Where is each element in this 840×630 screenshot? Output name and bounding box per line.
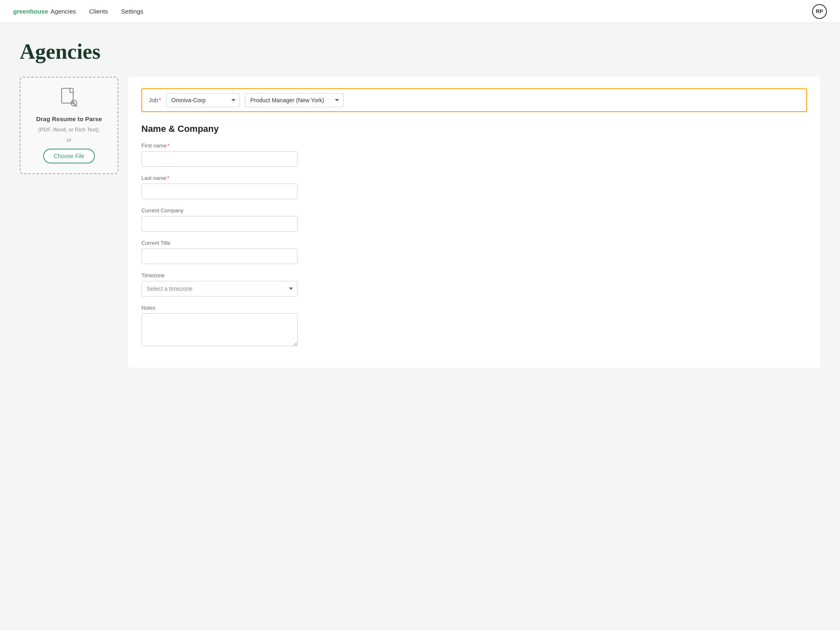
document-icon [61,87,77,110]
timezone-field: Timezone Select a timezone [141,272,807,297]
nav-clients-link[interactable]: Clients [89,8,108,15]
first-name-label: First name* [141,143,807,149]
last-name-field: Last name* [141,175,807,199]
current-company-label: Current Company [141,207,807,214]
logo-greenhouse-text: greenhouse [13,8,48,15]
timezone-select[interactable]: Select a timezone [141,281,298,297]
user-avatar[interactable]: RP [812,4,827,19]
logo-agencies-text: Agencies [51,8,76,15]
first-name-required: * [167,143,169,149]
current-title-field: Current Title [141,240,807,264]
job-position-select[interactable]: Product Manager (New York) [245,93,344,107]
page-content: Agencies Drag Resume to Parse (PDF, Word… [0,23,840,384]
section-title: Name & Company [141,124,807,134]
drag-title: Drag Resume to Parse [36,115,102,122]
page-title: Agencies [20,39,820,64]
notes-label: Notes [141,305,807,311]
main-layout: Drag Resume to Parse (PDF, Word, or Rich… [20,77,820,368]
drag-subtitle: (PDF, Word, or Rich Text), [38,126,100,133]
current-company-field: Current Company [141,207,807,232]
current-company-input[interactable] [141,216,298,232]
timezone-label: Timezone [141,272,807,278]
nav-settings-link[interactable]: Settings [121,8,143,15]
current-title-label: Current Title [141,240,807,246]
navbar: greenhouse Agencies Clients Settings RP [0,0,840,23]
job-required-star: * [159,97,161,103]
svg-rect-0 [62,88,73,103]
job-row: Job* Omniva-Corp Product Manager (New Yo… [141,88,807,112]
form-panel: Job* Omniva-Corp Product Manager (New Yo… [128,77,820,368]
notes-textarea[interactable] [141,313,298,346]
drag-or-text: or [67,137,72,143]
first-name-field: First name* [141,143,807,167]
drag-resume-zone[interactable]: Drag Resume to Parse (PDF, Word, or Rich… [20,77,118,174]
last-name-label: Last name* [141,175,807,181]
current-title-input[interactable] [141,248,298,264]
last-name-input[interactable] [141,184,298,199]
job-label: Job* [149,97,161,103]
choose-file-button[interactable]: Choose File [43,149,95,163]
notes-field: Notes [141,305,807,348]
first-name-input[interactable] [141,151,298,167]
job-company-select[interactable]: Omniva-Corp [166,93,240,107]
nav-left: greenhouse Agencies Clients Settings [13,8,143,15]
nav-logo: greenhouse Agencies [13,8,76,15]
last-name-required: * [167,175,169,181]
